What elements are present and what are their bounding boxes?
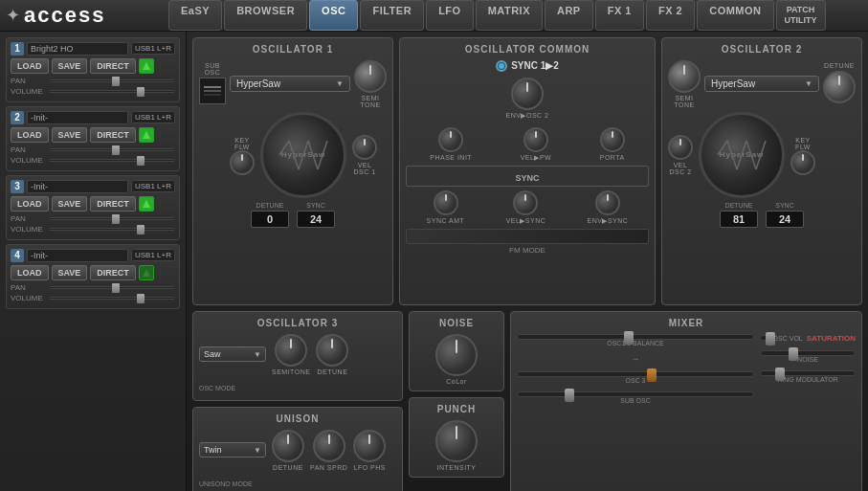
punch-intensity-container: INTENSITY — [435, 420, 478, 471]
channel-1-load[interactable]: LOAD — [11, 58, 49, 74]
channel-2-volume-slider[interactable] — [49, 159, 175, 162]
channel-4-pan-slider[interactable] — [49, 286, 175, 289]
phase-init-label: PHASE INIT — [430, 154, 472, 161]
tab-patch[interactable]: PATCHUTILITY — [776, 0, 826, 31]
svg-line-8 — [318, 141, 327, 169]
osc1-wheel[interactable]: HyperSaw — [260, 112, 346, 198]
svg-line-6 — [299, 141, 308, 169]
tab-lfo[interactable]: LFO — [426, 0, 474, 31]
osc1-keyflw-container: KEYFLW — [230, 135, 255, 175]
channel-4-load[interactable]: LOAD — [11, 265, 49, 280]
channel-4-direct[interactable]: DIRECT — [90, 265, 136, 280]
svg-line-10 — [727, 141, 737, 169]
channel-1-volume-slider[interactable] — [49, 90, 175, 93]
channel-4-volume-slider[interactable] — [49, 297, 175, 300]
env-osc2-knob[interactable] — [511, 78, 544, 110]
osc3-detune-knob[interactable] — [316, 334, 348, 367]
tab-fx1[interactable]: FX 1 — [595, 0, 644, 31]
osc1-dropdown-arrow: ▼ — [336, 79, 344, 88]
mixer-arrow: → — [517, 354, 754, 364]
osc2-wheel[interactable]: HyperSaw — [699, 112, 785, 198]
osc2-semitone-knob[interactable] — [668, 60, 701, 93]
phase-init-knob[interactable] — [438, 127, 463, 152]
noise-title: NOISE — [415, 318, 498, 328]
tab-matrix[interactable]: MATRIX — [476, 0, 543, 31]
channel-3-pan-slider[interactable] — [49, 217, 175, 220]
channel-2-save[interactable]: SAVE — [52, 127, 88, 143]
channel-1-direct[interactable]: DIRECT — [90, 58, 136, 74]
osc2-detune-value[interactable]: 81 — [720, 211, 758, 228]
unison-pansprd-container: PAN SPRD — [310, 430, 347, 471]
env-osc2-label: ENV▶OSC 2 — [506, 112, 549, 120]
osc2-keyflw-knob[interactable] — [790, 150, 815, 175]
channel-3: 3 -Init- USB1 L+R LOAD SAVE DIRECT PAN — [6, 175, 180, 240]
unison-pansprd-knob[interactable] — [313, 430, 345, 462]
sub-osc-label: SUBOSC — [205, 62, 221, 76]
tab-browser[interactable]: BROWSER — [224, 0, 307, 31]
channel-4-midi: USB1 L+R — [131, 249, 175, 261]
osc2-detune-top-knob[interactable] — [823, 71, 856, 103]
osc2-vel-knob[interactable] — [668, 135, 693, 160]
osc2-sync-value[interactable]: 24 — [766, 211, 804, 228]
channel-1-pan-slider[interactable] — [49, 79, 175, 82]
osc2-waveform-dropdown[interactable]: HyperSaw ▼ — [704, 76, 819, 92]
sync-radio-btn[interactable] — [496, 60, 507, 72]
channel-1: 1 Bright2 HO USB1 L+R LOAD SAVE DIRECT P… — [6, 37, 180, 102]
channel-3-load[interactable]: LOAD — [11, 196, 49, 212]
tab-common[interactable]: COMMON — [697, 0, 773, 31]
mixer-osc3-slider[interactable] — [517, 371, 754, 377]
osc1-semitone-knob[interactable] — [354, 60, 387, 93]
tab-easy[interactable]: EaSY — [168, 0, 222, 31]
osc3-mode-dropdown[interactable]: Saw ▼ — [199, 346, 266, 362]
tab-osc[interactable]: OSC — [309, 0, 358, 31]
osc3-semitone-knob[interactable] — [275, 334, 307, 367]
fm-mode-bar[interactable] — [406, 229, 649, 244]
punch-intensity-knob[interactable] — [435, 420, 478, 462]
unison-detune-label: DETUNE — [273, 464, 303, 471]
mixer-title: MIXER — [517, 318, 856, 328]
sync-radio[interactable]: SYNC 1▶2 — [496, 60, 559, 72]
osc1-vel-knob[interactable] — [352, 135, 377, 160]
channel-2-direct[interactable]: DIRECT — [90, 127, 136, 143]
unison-lfophs-knob[interactable] — [353, 430, 386, 462]
osc3-title: OSCILLATOR 3 — [199, 318, 396, 328]
channel-4-save[interactable]: SAVE — [52, 265, 88, 280]
channel-3-volume-slider[interactable] — [49, 228, 175, 231]
env-sync-knob[interactable] — [595, 190, 620, 215]
mixer-ringmod-slider[interactable] — [760, 370, 856, 376]
tab-fx2[interactable]: FX 2 — [646, 0, 695, 31]
channel-3-direct[interactable]: DIRECT — [90, 196, 136, 212]
mixer-osc12-slider[interactable] — [517, 334, 754, 340]
osc2-detune-group: DETUNE 81 — [720, 202, 758, 228]
mixer-oscvol-slider[interactable] — [760, 335, 769, 341]
channel-1-volume-label: VOLUME — [11, 87, 49, 96]
vel-sync-label: VEL▶SYNC — [506, 217, 546, 225]
vel-sync-knob[interactable] — [513, 190, 538, 215]
channel-2-load[interactable]: LOAD — [11, 127, 49, 143]
osc1-sync-value[interactable]: 24 — [297, 211, 335, 228]
porta-knob[interactable] — [600, 127, 625, 152]
unison-lfophs-label: LFO PHS — [354, 464, 386, 471]
osc1-keyflw-knob[interactable] — [230, 150, 255, 175]
unison-detune-knob[interactable] — [272, 430, 304, 462]
noise-color-container: CoLor — [435, 334, 478, 385]
unison-mode-dropdown[interactable]: Twin ▼ — [199, 442, 266, 458]
noise-color-knob[interactable] — [435, 334, 478, 376]
mixer-noise-slider[interactable] — [760, 350, 856, 356]
tab-filter[interactable]: FILTER — [360, 0, 424, 31]
sync-label: SYNC 1▶2 — [511, 60, 559, 71]
osc1-waveform-dropdown[interactable]: HyperSaw ▼ — [230, 76, 350, 92]
logo-text: access — [24, 3, 105, 28]
vel-pw-knob[interactable] — [523, 127, 548, 152]
osc1-detune-label: DETUNE — [256, 202, 284, 209]
sync-amt-knob[interactable] — [434, 190, 458, 215]
channel-1-save[interactable]: SAVE — [52, 58, 88, 74]
channel-3-save[interactable]: SAVE — [52, 196, 88, 212]
svg-marker-3 — [143, 269, 150, 277]
tab-arp[interactable]: ARP — [545, 0, 593, 31]
mixer-subosc-slider[interactable] — [517, 391, 754, 397]
channel-2-pan-slider[interactable] — [49, 148, 175, 151]
osc2-dropdown-arrow: ▼ — [805, 79, 812, 88]
osc1-detune-value[interactable]: 0 — [251, 211, 289, 228]
channel-3-led — [139, 196, 154, 212]
